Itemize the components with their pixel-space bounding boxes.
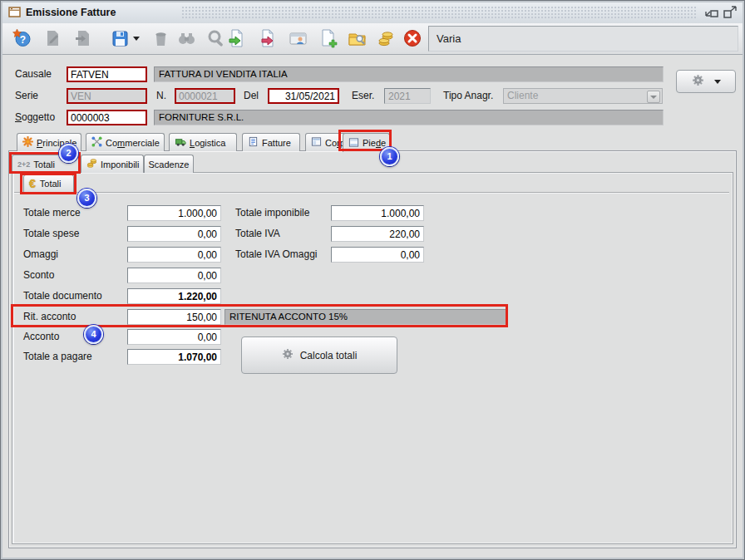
subtab-scadenze[interactable]: Scadenze — [144, 155, 194, 173]
close-icon[interactable] — [402, 28, 422, 48]
eser-input — [384, 88, 431, 104]
euro-icon: € — [29, 178, 36, 189]
soggetto-input[interactable] — [67, 110, 147, 125]
causale-input[interactable] — [67, 66, 147, 82]
rit-acconto-description: RITENUTA ACCONTO 15% — [224, 309, 507, 325]
start-help-icon[interactable]: ? — [12, 28, 32, 48]
2plus2-icon: 2+2 — [17, 160, 30, 169]
tipo-anagr-value: Cliente — [507, 90, 538, 101]
tab-label: Logistica — [190, 138, 225, 148]
totale-imponibile-input[interactable] — [331, 205, 424, 221]
totale-merce-label: Totale merce — [23, 205, 81, 221]
totale-documento-label: Totale documento — [23, 288, 102, 304]
window-icon — [8, 6, 22, 19]
del-label: Del — [244, 88, 259, 104]
tab-label: Commerciale — [106, 138, 160, 148]
logistica-icon — [175, 136, 186, 149]
currency-icon[interactable] — [376, 28, 396, 48]
status-box: Varia — [428, 26, 738, 52]
principale-icon — [22, 136, 33, 149]
preview-icon[interactable] — [176, 28, 196, 48]
save-icon[interactable] — [110, 28, 130, 48]
subtab-label: Imponibili — [101, 160, 139, 169]
soggetto-label: Soggetto — [15, 110, 55, 125]
serie-label: Serie — [15, 88, 38, 104]
maximize-icon[interactable] — [723, 6, 738, 19]
soggetto-description: FORNITURE S.R.L. — [154, 110, 664, 125]
new-document-icon[interactable] — [318, 28, 338, 48]
totale-spese-input[interactable] — [127, 226, 221, 242]
gear-icon — [692, 74, 704, 90]
tipo-anagr-label: Tipo Anagr. — [443, 88, 493, 104]
sconto-label: Sconto — [23, 268, 54, 283]
totale-iva-input[interactable] — [331, 226, 424, 242]
step-badge-4: 4 — [84, 325, 103, 344]
rit-acconto-label: Rit. acconto — [23, 309, 76, 325]
tab-commerciale[interactable]: Commerciale — [86, 133, 165, 151]
section-totali-header: € Totali — [23, 174, 74, 193]
export-icon[interactable] — [257, 28, 277, 48]
coins-icon — [86, 158, 97, 170]
chevron-down-icon — [714, 80, 721, 84]
section-title: Totali — [40, 179, 62, 189]
tab-fatture[interactable]: Fatture — [242, 133, 300, 151]
totale-documento-input — [127, 288, 221, 304]
subtab-label: Totali — [33, 160, 55, 169]
search-icon[interactable] — [205, 28, 225, 48]
subtab-imponibili[interactable]: Imponibili — [81, 155, 144, 173]
step-badge-1: 1 — [380, 147, 399, 166]
fatture-icon — [248, 136, 259, 149]
numero-input — [175, 88, 235, 104]
import-icon[interactable] — [226, 28, 246, 48]
emissione-fatture-window: Emissione Fatture ? — [0, 0, 745, 560]
duplicate-icon[interactable] — [73, 28, 93, 48]
delete-icon[interactable] — [150, 28, 170, 48]
tab-logistica[interactable]: Logistica — [169, 133, 237, 151]
chevron-down-icon — [647, 91, 660, 103]
serie-input — [67, 88, 147, 104]
acconto-input[interactable] — [127, 329, 221, 345]
sconto-input[interactable] — [127, 268, 221, 283]
del-input[interactable] — [268, 88, 339, 104]
causale-description: FATTURA DI VENDITA ITALIA — [154, 66, 664, 82]
tab-label: Piede — [363, 138, 386, 148]
calcola-totali-label: Calcola totali — [300, 350, 358, 361]
acconto-label: Acconto — [23, 329, 59, 345]
title-bar: Emissione Fatture — [2, 2, 743, 24]
totale-imponibile-label: Totale imponibile — [235, 205, 309, 221]
step-badge-3: 3 — [77, 189, 96, 208]
edit-icon[interactable] — [42, 28, 62, 48]
restore-icon[interactable] — [704, 6, 719, 19]
calcola-totali-button[interactable]: Calcola totali — [241, 336, 397, 374]
window-title: Emissione Fatture — [26, 2, 116, 23]
eser-label: Eser. — [352, 88, 374, 104]
rit-acconto-input[interactable] — [127, 309, 221, 325]
step-badge-2: 2 — [59, 144, 78, 163]
totale-iva-omaggi-input[interactable] — [331, 247, 424, 263]
totale-spese-label: Totale spese — [23, 226, 79, 242]
subject-card-icon[interactable] — [288, 28, 308, 48]
svg-text:?: ? — [20, 34, 26, 46]
totale-iva-omaggi-label: Totale IVA Omaggi — [235, 247, 318, 263]
piede-icon — [348, 137, 359, 150]
archive-search-icon[interactable] — [347, 28, 367, 48]
corpo-icon — [311, 136, 322, 149]
tab-label: Fatture — [262, 138, 291, 148]
causale-label: Causale — [15, 66, 52, 82]
tipo-anagr-combobox: Cliente — [503, 88, 663, 104]
subtab-label: Scadenze — [149, 160, 190, 169]
totale-iva-label: Totale IVA — [235, 226, 280, 242]
omaggi-label: Omaggi — [23, 247, 58, 263]
numero-label: N. — [156, 88, 166, 104]
commerciale-icon — [91, 136, 102, 149]
save-dropdown-arrow-icon[interactable] — [133, 37, 140, 41]
titlebar-texture — [181, 6, 696, 20]
totale-a-pagare-label: Totale a pagare — [23, 349, 92, 365]
section-divider — [14, 192, 729, 194]
omaggi-input[interactable] — [127, 247, 221, 263]
options-button[interactable] — [676, 70, 736, 93]
totale-merce-input[interactable] — [127, 205, 221, 221]
gear-icon — [282, 348, 294, 362]
totale-a-pagare-input — [127, 349, 221, 365]
